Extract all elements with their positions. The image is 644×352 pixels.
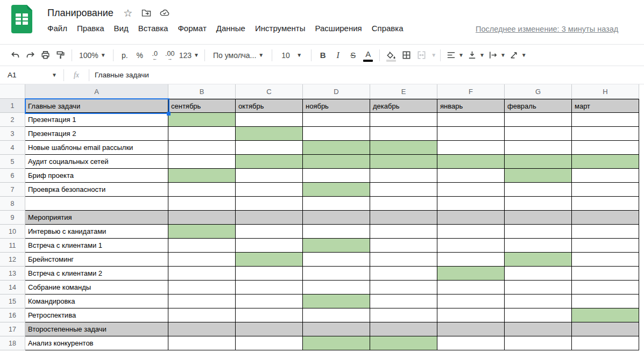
cell-F18[interactable] (437, 336, 505, 350)
cell-C8[interactable] (236, 197, 303, 211)
cell-C7[interactable] (236, 183, 303, 197)
increase-decimal-button[interactable]: .00→ (162, 47, 178, 63)
cell-C9[interactable] (236, 211, 303, 225)
cell-G4[interactable] (505, 141, 572, 155)
cell-F5[interactable] (437, 155, 505, 169)
cell-F15[interactable] (437, 294, 505, 308)
cell-C4[interactable] (236, 141, 303, 155)
cell-C3[interactable] (236, 127, 303, 141)
cell-A9[interactable]: Мероприятия (25, 211, 168, 225)
cell-H15[interactable] (572, 294, 639, 308)
borders-button[interactable] (399, 47, 414, 63)
cell-C17[interactable] (236, 322, 303, 336)
cell-E7[interactable] (370, 183, 437, 197)
cell-E11[interactable] (370, 239, 437, 253)
cell-E6[interactable] (370, 169, 437, 183)
cell-H6[interactable] (572, 169, 639, 183)
cell-G11[interactable] (505, 239, 572, 253)
cell-B18[interactable] (168, 336, 236, 350)
row-header-3[interactable]: 3 (0, 127, 25, 141)
cell-E4[interactable] (370, 141, 437, 155)
cell-A18[interactable]: Анализ конкурентов (25, 336, 168, 350)
cell-H13[interactable] (572, 267, 639, 281)
select-all-corner[interactable] (0, 84, 25, 99)
cell-H1[interactable]: март (572, 99, 639, 113)
redo-button[interactable] (23, 47, 38, 63)
cell-C16[interactable] (236, 308, 303, 322)
cell-D9[interactable] (303, 211, 370, 225)
cell-C5[interactable] (236, 155, 303, 169)
cell-H7[interactable] (572, 183, 639, 197)
cell-F16[interactable] (437, 308, 505, 322)
cell-E13[interactable] (370, 267, 437, 281)
cell-F3[interactable] (437, 127, 505, 141)
cell-H18[interactable] (572, 336, 639, 350)
cell-F6[interactable] (437, 169, 505, 183)
cell-H8[interactable] (572, 197, 639, 211)
cell-D2[interactable] (303, 113, 370, 127)
menu-item[interactable]: Вставка (133, 23, 173, 34)
cell-A15[interactable]: Командировка (25, 294, 168, 308)
cell-E17[interactable] (370, 322, 437, 336)
bold-button[interactable]: B (315, 47, 330, 63)
italic-button[interactable]: I (330, 47, 345, 63)
sheets-logo[interactable] (11, 5, 32, 33)
cell-D17[interactable] (303, 322, 370, 336)
cell-G12[interactable] (505, 253, 572, 267)
menu-item[interactable]: Файл (43, 23, 72, 34)
decrease-decimal-button[interactable]: .0← (147, 47, 162, 63)
cell-F12[interactable] (437, 253, 505, 267)
cell-G10[interactable] (505, 225, 572, 239)
cell-A6[interactable]: Бриф проекта (25, 169, 168, 183)
cell-E8[interactable] (370, 197, 437, 211)
row-header-1[interactable]: 1 (0, 99, 25, 113)
cell-H11[interactable] (572, 239, 639, 253)
cell-B1[interactable]: сентябрь (168, 99, 236, 113)
format-percent-button[interactable]: % (132, 47, 147, 63)
print-button[interactable] (38, 47, 53, 63)
cell-E1[interactable]: декабрь (370, 99, 437, 113)
cell-E5[interactable] (370, 155, 437, 169)
last-edited-link[interactable]: Последнее изменение: 3 минуты назад (476, 25, 618, 33)
menu-item[interactable]: Правка (72, 23, 109, 34)
cell-G14[interactable] (505, 281, 572, 294)
cell-G15[interactable] (505, 294, 572, 308)
vertical-align-button[interactable]: ▼ (465, 47, 486, 63)
row-header-7[interactable]: 7 (0, 183, 25, 197)
cell-D12[interactable] (303, 253, 370, 267)
horizontal-align-button[interactable]: ▼ (444, 47, 465, 63)
cell-A4[interactable]: Новые шаблоны email рассылки (25, 141, 168, 155)
format-currency-button[interactable]: р. (117, 47, 132, 63)
row-header-6[interactable]: 6 (0, 169, 25, 183)
cell-H5[interactable] (572, 155, 639, 169)
cell-A10[interactable]: Интервью с канидатами (25, 225, 168, 239)
cell-F2[interactable] (437, 113, 505, 127)
cell-H2[interactable] (572, 113, 639, 127)
font-family-select[interactable]: По умолча...▼ (209, 47, 268, 63)
cell-A13[interactable]: Встреча с клиентами 2 (25, 267, 168, 281)
cell-H9[interactable] (572, 211, 639, 225)
cell-H14[interactable] (572, 281, 639, 294)
cell-H10[interactable] (572, 225, 639, 239)
cell-F14[interactable] (437, 281, 505, 294)
cell-E14[interactable] (370, 281, 437, 294)
cell-D13[interactable] (303, 267, 370, 281)
cell-D14[interactable] (303, 281, 370, 294)
cell-D7[interactable] (303, 183, 370, 197)
menu-item[interactable]: Формат (173, 23, 211, 34)
cell-B10[interactable] (168, 225, 236, 239)
cell-B14[interactable] (168, 281, 236, 294)
row-header-2[interactable]: 2 (0, 113, 25, 127)
cell-D6[interactable] (303, 169, 370, 183)
cell-G6[interactable] (505, 169, 572, 183)
cell-B3[interactable] (168, 127, 236, 141)
cell-B8[interactable] (168, 197, 236, 211)
cell-H17[interactable] (572, 322, 639, 336)
cell-F13[interactable] (437, 267, 505, 281)
column-header-B[interactable]: B (168, 84, 236, 99)
cell-C12[interactable] (236, 253, 303, 267)
cell-C6[interactable] (236, 169, 303, 183)
merge-cells-caret[interactable]: ▼ (431, 52, 436, 58)
cell-A3[interactable]: Презентация 2 (25, 127, 168, 141)
cell-A8[interactable] (25, 197, 168, 211)
